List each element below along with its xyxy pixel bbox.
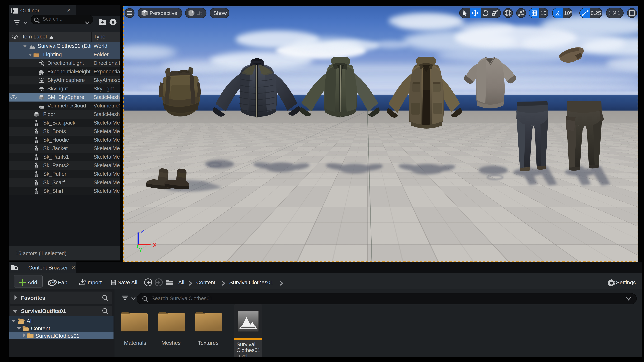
svg-text:X: X [152,241,157,249]
svg-text:1: 1 [618,10,620,16]
svg-text:Perspective: Perspective [150,10,177,16]
svg-text:Show: Show [214,10,227,16]
svg-text:10: 10 [540,10,546,16]
svg-text:Y: Y [138,246,143,254]
svg-text:Lit: Lit [196,10,202,16]
svg-text:10°: 10° [564,10,572,16]
svg-text:0.25: 0.25 [591,10,601,16]
svg-text:Z: Z [140,228,144,236]
